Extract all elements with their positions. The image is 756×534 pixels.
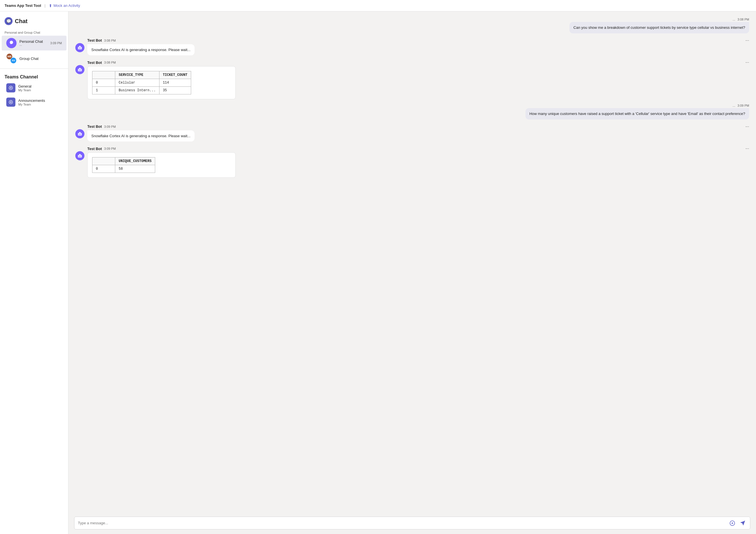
table1-row2-idx: 1 [93, 87, 115, 94]
table1-row2-count: 35 [159, 87, 191, 94]
upload-icon: ⬆ [49, 3, 52, 8]
avatar-av: AV [10, 57, 16, 64]
user-message-1-meta: ... 3:08 PM [733, 18, 749, 21]
sidebar-item-personal-chat[interactable]: Personal Chat ··· 3:09 PM [2, 36, 67, 50]
sidebar-title: Chat [15, 18, 27, 25]
bot-menu-3[interactable]: ··· [745, 124, 749, 129]
bot-menu-2[interactable]: ··· [745, 60, 749, 65]
app-name: Teams App Test Tool [5, 3, 41, 8]
svg-point-15 [80, 134, 81, 135]
svg-rect-16 [79, 132, 81, 133]
data-table-1: SERVICE_TYPE TICKET_COUNT 0 Cellular 114 [92, 71, 191, 94]
bot-time-1: 3:08 PM [104, 39, 116, 42]
svg-rect-12 [79, 68, 81, 69]
send-button[interactable] [739, 519, 746, 527]
user-message-1: ... 3:08 PM Can you show me a breakdown … [75, 18, 749, 33]
attach-button[interactable] [728, 519, 736, 527]
mock-activity-button[interactable]: ⬆ Mock an Activity [49, 3, 80, 8]
chat-icon: 💬 [5, 17, 13, 25]
personal-group-chat-label: Personal and Group Chat [0, 27, 68, 35]
bot-bubble-1: Snowflake Cortex AI is generating a resp… [87, 44, 195, 56]
svg-point-6 [80, 48, 81, 48]
bot-avatar-2 [75, 65, 84, 74]
table1-header-service-type: SERVICE_TYPE [115, 71, 159, 79]
user-time-1: 3:08 PM [738, 18, 749, 21]
bot-message-4-header: Test Bot 3:09 PM ··· [87, 146, 749, 151]
input-bar [68, 513, 756, 534]
table-row: 0 58 [93, 165, 155, 173]
personal-chat-avatar [6, 38, 16, 48]
sidebar-item-general[interactable]: General My Team [2, 81, 67, 95]
bot-message-3: Test Bot 3:09 PM ··· Snowflake Cortex AI… [75, 124, 749, 142]
table2-header-unique-customers: UNIQUE_CUSTOMERS [115, 157, 155, 165]
table2-row1-idx: 0 [93, 165, 115, 173]
group-chat-info: Group Chat [19, 57, 62, 61]
svg-rect-17 [78, 155, 82, 157]
bot-time-4: 3:09 PM [104, 147, 116, 150]
svg-rect-4 [78, 47, 82, 49]
svg-point-10 [79, 69, 80, 70]
table2-row1-count: 58 [115, 165, 155, 173]
personal-chat-info: Personal Chat ··· [19, 40, 47, 47]
bot-message-1-content: Test Bot 3:08 PM ··· Snowflake Cortex AI… [87, 38, 749, 56]
input-inner [74, 517, 750, 529]
chat-area: ... 3:08 PM Can you show me a breakdown … [68, 12, 756, 534]
user-dots-1: ... [733, 18, 735, 21]
personal-chat-name: Personal Chat [19, 40, 47, 44]
general-channel-name: General [18, 84, 62, 89]
bot-name-2: Test Bot [87, 61, 102, 65]
personal-chat-time: 3:09 PM [50, 41, 62, 45]
table1-row1-idx: 0 [93, 79, 115, 87]
data-table-2: UNIQUE_CUSTOMERS 0 58 [92, 157, 155, 173]
sidebar: 💬 Chat Personal and Group Chat Personal … [0, 12, 68, 534]
bot-time-3: 3:09 PM [104, 125, 116, 128]
general-channel-team: My Team [18, 89, 62, 92]
svg-point-3 [10, 101, 12, 103]
bot-menu-4[interactable]: ··· [745, 146, 749, 151]
announcements-channel-icon [6, 97, 15, 107]
table-row: 1 Business Intern... 35 [93, 87, 191, 94]
bot-avatar-4 [75, 151, 84, 160]
sidebar-header: 💬 Chat [0, 12, 68, 27]
sidebar-item-group-chat[interactable]: MB AV Group Chat [2, 51, 67, 66]
bot-message-2-content: Test Bot 3:08 PM ··· SERVICE_TYPE TICKET… [87, 60, 749, 99]
title-bar: Teams App Test Tool | ⬆ Mock an Activity [0, 0, 756, 12]
table2-header-idx [93, 157, 115, 165]
bot-card-1: SERVICE_TYPE TICKET_COUNT 0 Cellular 114 [87, 66, 236, 99]
bot-name-4: Test Bot [87, 147, 102, 151]
bot-message-1: Test Bot 3:08 PM ··· Snowflake Cortex AI… [75, 38, 749, 56]
bot-message-2: Test Bot 3:08 PM ··· SERVICE_TYPE TICKET… [75, 60, 749, 99]
table1-header-idx [93, 71, 115, 79]
svg-rect-13 [78, 133, 82, 136]
bot-menu-1[interactable]: ··· [745, 38, 749, 43]
table1-row1-service: Cellular [115, 79, 159, 87]
svg-point-8 [80, 45, 80, 46]
group-chat-avatar: MB AV [6, 53, 16, 64]
table1-row1-count: 114 [159, 79, 191, 87]
table-row: 0 Cellular 114 [93, 79, 191, 87]
main-layout: 💬 Chat Personal and Group Chat Personal … [0, 12, 756, 534]
personal-chat-preview: ··· [19, 44, 47, 47]
message-input[interactable] [78, 517, 726, 529]
sidebar-divider [0, 68, 68, 69]
svg-point-11 [80, 69, 81, 70]
bot-message-4-content: Test Bot 3:09 PM ··· UNIQUE_CUSTOMERS [87, 146, 749, 178]
svg-point-1 [10, 87, 12, 89]
user-dots-2: ... [733, 104, 735, 107]
announcements-channel-team: My Team [18, 103, 62, 106]
announcements-channel-info: Announcements My Team [18, 98, 62, 106]
bot-message-3-content: Test Bot 3:09 PM ··· Snowflake Cortex AI… [87, 124, 749, 142]
svg-marker-25 [740, 521, 745, 525]
bot-bubble-2: Snowflake Cortex AI is generating a resp… [87, 130, 195, 142]
svg-point-5 [79, 48, 80, 48]
bot-time-2: 3:08 PM [104, 61, 116, 64]
user-time-2: 3:09 PM [738, 104, 749, 107]
bot-name-1: Test Bot [87, 38, 102, 42]
teams-channel-header: Teams Channel [0, 71, 68, 81]
sidebar-item-announcements[interactable]: Announcements My Team [2, 95, 67, 109]
bot-message-1-header: Test Bot 3:08 PM ··· [87, 38, 749, 43]
svg-rect-9 [78, 69, 82, 71]
table1-row2-service: Business Intern... [115, 87, 159, 94]
svg-point-18 [79, 156, 80, 157]
bot-avatar-1 [75, 43, 84, 52]
